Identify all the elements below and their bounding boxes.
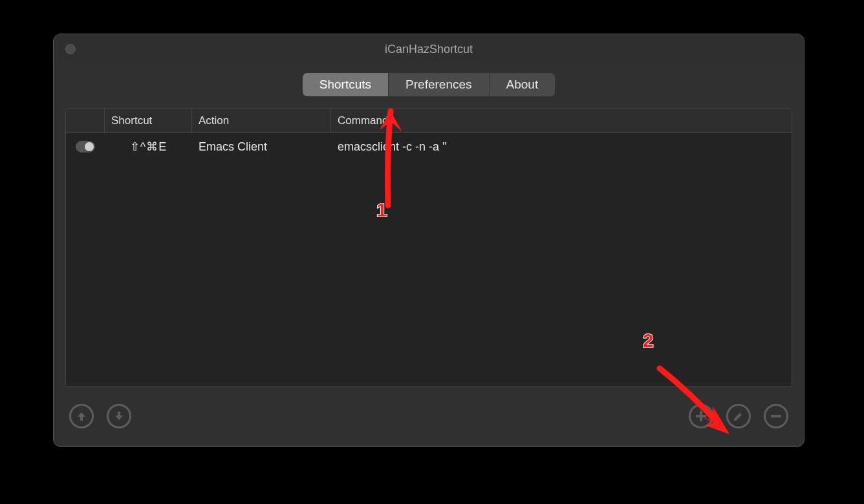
segmented-control: Shortcuts Preferences About xyxy=(303,73,555,96)
annotation-label-2: 2 xyxy=(643,330,654,352)
col-enabled[interactable] xyxy=(66,109,105,132)
table-body: ⇧^⌘E Emacs Client emacsclient -c -n -a '… xyxy=(66,133,792,386)
cell-enabled[interactable] xyxy=(66,133,105,160)
titlebar: iCanHazShortcut xyxy=(54,34,804,64)
arrow-up-icon xyxy=(76,411,87,421)
bottom-toolbar xyxy=(54,399,804,440)
app-window: iCanHazShortcut Shortcuts Preferences Ab… xyxy=(53,34,805,447)
tab-bar: Shortcuts Preferences About xyxy=(54,64,804,108)
remove-button[interactable] xyxy=(764,404,788,428)
col-command[interactable]: Command xyxy=(331,109,792,132)
table-row[interactable]: ⇧^⌘E Emacs Client emacsclient -c -n -a '… xyxy=(66,133,792,160)
edit-button[interactable] xyxy=(726,404,751,428)
add-button[interactable] xyxy=(689,404,713,428)
svg-rect-2 xyxy=(771,415,781,417)
cell-shortcut: ⇧^⌘E xyxy=(105,133,192,160)
move-up-button[interactable] xyxy=(69,404,94,428)
enable-toggle[interactable] xyxy=(76,141,95,152)
table-header: Shortcut Action Command xyxy=(66,109,792,133)
annotation-label-1: 1 xyxy=(376,199,387,221)
window-title: iCanHazShortcut xyxy=(385,43,473,56)
close-window-button[interactable] xyxy=(65,44,76,54)
window-controls xyxy=(65,44,76,54)
tab-shortcuts[interactable]: Shortcuts xyxy=(303,73,389,96)
plus-icon xyxy=(695,410,707,422)
arrow-down-icon xyxy=(114,411,124,421)
cell-action: Emacs Client xyxy=(192,133,331,160)
tab-about[interactable]: About xyxy=(490,73,556,96)
pencil-icon xyxy=(733,410,744,422)
shortcuts-table-frame: Shortcut Action Command ⇧^⌘E Emacs Clien… xyxy=(65,108,792,387)
cell-command: emacsclient -c -n -a '' xyxy=(331,133,792,160)
reorder-group xyxy=(69,404,131,428)
tab-preferences[interactable]: Preferences xyxy=(389,73,489,96)
col-shortcut[interactable]: Shortcut xyxy=(105,109,192,132)
toggle-knob xyxy=(85,142,94,151)
col-action[interactable]: Action xyxy=(192,109,331,132)
move-down-button[interactable] xyxy=(107,404,131,428)
svg-rect-1 xyxy=(696,415,706,417)
minus-icon xyxy=(770,410,782,422)
edit-group xyxy=(689,404,788,428)
